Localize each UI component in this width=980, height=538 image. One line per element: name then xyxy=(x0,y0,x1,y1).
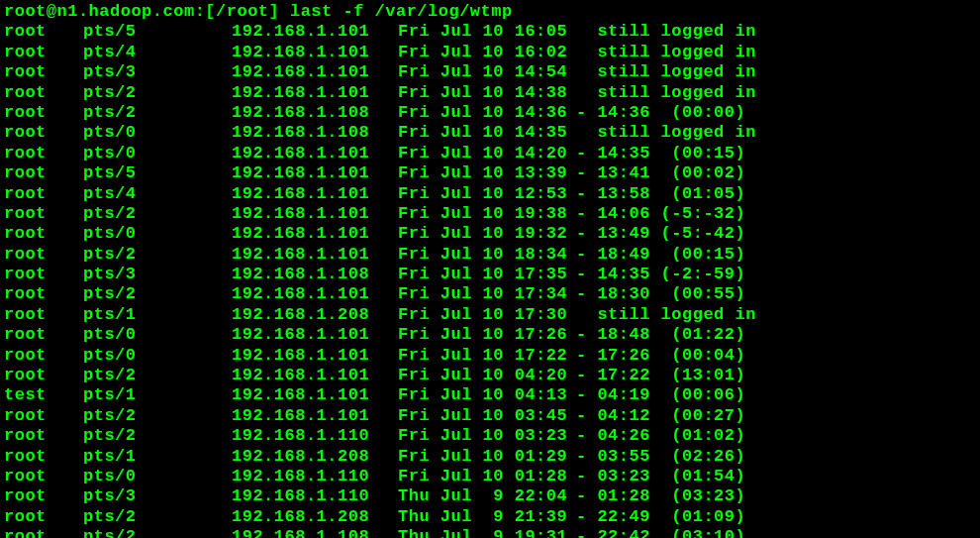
entry-host: 192.168.1.108 xyxy=(232,527,398,538)
terminal-output: rootpts/5192.168.1.101Fri Jul 10 16:05 s… xyxy=(4,22,976,538)
entry-tty: pts/0 xyxy=(83,467,232,486)
entry-duration: - 14:06 (-5:-32) xyxy=(576,204,745,224)
entry-duration: - 18:49 (00:15) xyxy=(576,245,745,265)
entry-tty: pts/3 xyxy=(83,486,232,506)
entry-duration: - 22:42 (03:10) xyxy=(576,527,745,538)
entry-login-time: Fri Jul 10 12:53 xyxy=(398,184,576,204)
entry-login-time: Fri Jul 10 01:28 xyxy=(398,467,576,486)
entry-user: root xyxy=(4,325,83,345)
entry-host: 192.168.1.208 xyxy=(232,447,398,467)
entry-host: 192.168.1.101 xyxy=(232,204,398,224)
entry-login-time: Fri Jul 10 18:34 xyxy=(398,245,576,265)
login-entry: rootpts/2192.168.1.101Fri Jul 10 19:38- … xyxy=(4,204,976,224)
login-entry: rootpts/3192.168.1.110Thu Jul 9 22:04- 0… xyxy=(4,486,976,506)
entry-login-time: Fri Jul 10 19:32 xyxy=(398,224,576,244)
entry-tty: pts/3 xyxy=(83,265,232,284)
login-entry: rootpts/2192.168.1.108Thu Jul 9 19:31- 2… xyxy=(4,527,976,538)
entry-login-time: Fri Jul 10 17:35 xyxy=(398,265,576,284)
entry-tty: pts/1 xyxy=(83,385,232,405)
entry-host: 192.168.1.108 xyxy=(232,103,398,123)
entry-login-time: Thu Jul 9 19:31 xyxy=(398,527,576,538)
entry-host: 192.168.1.110 xyxy=(232,426,398,446)
entry-tty: pts/0 xyxy=(83,123,232,143)
entry-user: root xyxy=(4,103,83,123)
entry-duration: - 01:28 (03:23) xyxy=(576,486,745,506)
entry-user: root xyxy=(4,346,83,366)
login-entry: rootpts/1192.168.1.208Fri Jul 10 17:30 s… xyxy=(4,305,976,325)
login-entry: rootpts/2192.168.1.101Fri Jul 10 17:34- … xyxy=(4,284,976,304)
entry-duration: still logged in xyxy=(576,22,756,42)
entry-login-time: Fri Jul 10 03:23 xyxy=(398,426,576,446)
entry-host: 192.168.1.101 xyxy=(232,325,398,345)
entry-user: root xyxy=(4,62,83,82)
entry-host: 192.168.1.101 xyxy=(232,385,398,405)
entry-host: 192.168.1.101 xyxy=(232,406,398,426)
entry-user: root xyxy=(4,204,83,224)
entry-host: 192.168.1.110 xyxy=(232,486,398,506)
login-entry: rootpts/2192.168.1.108Fri Jul 10 14:36- … xyxy=(4,103,976,123)
login-entry: rootpts/1192.168.1.208Fri Jul 10 01:29- … xyxy=(4,447,976,467)
entry-user: root xyxy=(4,184,83,204)
entry-tty: pts/2 xyxy=(83,83,232,103)
entry-duration: - 13:49 (-5:-42) xyxy=(576,224,745,244)
entry-user: test xyxy=(4,385,83,405)
login-entry: rootpts/2192.168.1.110Fri Jul 10 03:23- … xyxy=(4,426,976,446)
entry-tty: pts/1 xyxy=(83,305,232,325)
entry-duration: - 17:26 (00:04) xyxy=(576,346,745,366)
entry-user: root xyxy=(4,265,83,284)
login-entry: testpts/1192.168.1.101Fri Jul 10 04:13- … xyxy=(4,385,976,405)
entry-user: root xyxy=(4,284,83,304)
entry-user: root xyxy=(4,366,83,385)
entry-host: 192.168.1.108 xyxy=(232,265,398,284)
entry-user: root xyxy=(4,163,83,183)
entry-tty: pts/2 xyxy=(83,406,232,426)
entry-host: 192.168.1.101 xyxy=(232,284,398,304)
login-entry: rootpts/5192.168.1.101Fri Jul 10 16:05 s… xyxy=(4,22,976,42)
entry-tty: pts/2 xyxy=(83,507,232,527)
entry-user: root xyxy=(4,43,83,62)
entry-user: root xyxy=(4,144,83,163)
entry-login-time: Fri Jul 10 14:36 xyxy=(398,103,576,123)
entry-host: 192.168.1.101 xyxy=(232,83,398,103)
terminal-prompt[interactable]: root@n1.hadoop.com:[/root] last -f /var/… xyxy=(4,2,976,22)
entry-user: root xyxy=(4,245,83,265)
entry-duration: - 03:55 (02:26) xyxy=(576,447,745,467)
entry-tty: pts/0 xyxy=(83,325,232,345)
entry-host: 192.168.1.110 xyxy=(232,467,398,486)
entry-tty: pts/1 xyxy=(83,447,232,467)
entry-duration: still logged in xyxy=(576,123,756,143)
login-entry: rootpts/0192.168.1.101Fri Jul 10 17:26- … xyxy=(4,325,976,345)
login-entry: rootpts/2192.168.1.101Fri Jul 10 18:34- … xyxy=(4,245,976,265)
entry-host: 192.168.1.101 xyxy=(232,22,398,42)
entry-login-time: Fri Jul 10 17:34 xyxy=(398,284,576,304)
entry-duration: still logged in xyxy=(576,43,756,62)
entry-tty: pts/5 xyxy=(83,22,232,42)
login-entry: rootpts/5192.168.1.101Fri Jul 10 13:39- … xyxy=(4,163,976,183)
login-entry: rootpts/3192.168.1.108Fri Jul 10 17:35- … xyxy=(4,265,976,284)
entry-login-time: Fri Jul 10 01:29 xyxy=(398,447,576,467)
entry-login-time: Fri Jul 10 14:38 xyxy=(398,83,576,103)
entry-user: root xyxy=(4,123,83,143)
entry-user: root xyxy=(4,406,83,426)
entry-host: 192.168.1.101 xyxy=(232,366,398,385)
entry-user: root xyxy=(4,447,83,467)
entry-duration: - 14:36 (00:00) xyxy=(576,103,745,123)
entry-duration: - 04:26 (01:02) xyxy=(576,426,745,446)
entry-host: 192.168.1.208 xyxy=(232,507,398,527)
entry-duration: - 18:48 (01:22) xyxy=(576,325,745,345)
entry-user: root xyxy=(4,305,83,325)
entry-login-time: Fri Jul 10 19:38 xyxy=(398,204,576,224)
entry-tty: pts/2 xyxy=(83,204,232,224)
login-entry: rootpts/2192.168.1.101Fri Jul 10 04:20- … xyxy=(4,366,976,385)
login-entry: rootpts/0192.168.1.101Fri Jul 10 14:20- … xyxy=(4,144,976,163)
entry-tty: pts/2 xyxy=(83,103,232,123)
entry-user: root xyxy=(4,527,83,538)
entry-login-time: Fri Jul 10 17:30 xyxy=(398,305,576,325)
entry-duration: - 13:58 (01:05) xyxy=(576,184,745,204)
entry-login-time: Fri Jul 10 03:45 xyxy=(398,406,576,426)
entry-user: root xyxy=(4,22,83,42)
entry-login-time: Fri Jul 10 04:13 xyxy=(398,385,576,405)
login-entry: rootpts/0192.168.1.110Fri Jul 10 01:28- … xyxy=(4,467,976,486)
entry-tty: pts/2 xyxy=(83,426,232,446)
entry-host: 192.168.1.101 xyxy=(232,62,398,82)
